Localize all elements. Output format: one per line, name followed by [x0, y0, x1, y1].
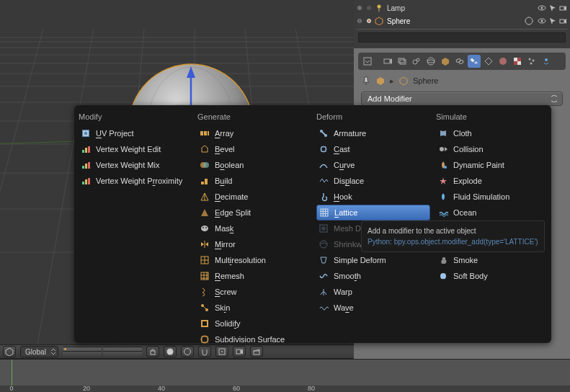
svg-point-96 [201, 226, 208, 231]
mod-array[interactable]: Array [197, 125, 311, 141]
transform-orientation-dropdown[interactable]: Global [20, 346, 58, 357]
svg-rect-73 [236, 349, 241, 354]
mod-armature-icon [318, 128, 329, 139]
object-icon[interactable] [375, 76, 386, 86]
mod-screw[interactable]: Screw [197, 284, 311, 300]
svg-point-52 [427, 60, 435, 63]
expand-icon[interactable] [357, 5, 364, 11]
mod-uv-project[interactable]: UV Project [79, 125, 192, 141]
mod-collision[interactable]: Collision [436, 141, 550, 157]
shading-wire-icon[interactable] [181, 346, 194, 357]
tab-particles-icon[interactable] [525, 55, 538, 68]
dropdown-icon [50, 348, 56, 355]
tab-material-icon[interactable] [496, 55, 509, 68]
layer-buttons[interactable] [63, 347, 142, 357]
tab-render-layers-icon[interactable] [396, 55, 409, 68]
camera-icon[interactable] [558, 4, 567, 12]
eye-icon[interactable] [537, 17, 547, 25]
expand-icon[interactable] [357, 18, 364, 24]
tab-scene-icon[interactable] [410, 55, 423, 68]
mod-armature[interactable]: Armature [316, 125, 430, 141]
mod-bevel[interactable]: Bevel [197, 141, 311, 157]
mod-skin[interactable]: Skin [197, 300, 311, 316]
svg-rect-88 [208, 131, 209, 135]
pin-icon[interactable] [361, 76, 371, 86]
tab-world-icon[interactable] [424, 55, 437, 68]
menu-col-header: Deform [316, 111, 430, 125]
snap-target-icon[interactable] [215, 346, 228, 357]
mod-soft-body[interactable]: Soft Body [436, 268, 550, 284]
mod-cast[interactable]: Cast [316, 141, 430, 157]
tab-data-icon[interactable] [482, 55, 495, 68]
render-preview-icon[interactable] [233, 346, 246, 357]
mod-explode[interactable]: Explode [436, 173, 550, 189]
svg-rect-46 [384, 59, 390, 63]
mod-mask[interactable]: Mask [197, 220, 311, 236]
tab-physics-icon[interactable] [540, 55, 553, 68]
mod-vweight-edit[interactable]: Vertex Weight Edit [79, 141, 192, 157]
mod-smoke[interactable]: Smoke [436, 252, 550, 268]
mod-mirror[interactable]: Mirror [197, 236, 311, 252]
tab-modifiers-icon[interactable] [468, 55, 481, 68]
add-modifier-label: Add Modifier [368, 94, 412, 103]
tab-render-icon[interactable] [381, 55, 394, 68]
mod-edge-split[interactable]: Edge Split [197, 205, 311, 220]
cursor-icon[interactable] [548, 4, 557, 12]
properties-tab-bar [358, 53, 566, 70]
mod-cloth[interactable]: Cloth [436, 125, 550, 141]
svg-point-97 [202, 227, 204, 228]
mod-simple-deform[interactable]: Simple Deform [316, 252, 430, 268]
mod-curve[interactable]: Curve [316, 157, 430, 173]
mod-subdivision-surface[interactable]: Subdivision Surface [197, 331, 311, 347]
tab-texture-icon[interactable] [511, 55, 524, 68]
mod-vweight-prox[interactable]: Vertex Weight Prroximity [79, 173, 192, 189]
svg-point-64 [545, 58, 548, 61]
mod-lattice[interactable]: Lattice [316, 205, 430, 220]
mod-multiresolution-icon [199, 254, 210, 266]
mod-displace[interactable]: Displace [316, 173, 430, 189]
mod-dynamic-paint[interactable]: Dynamic Paint [436, 157, 550, 173]
outliner-scrollbar[interactable] [358, 32, 566, 43]
clapper-icon[interactable] [250, 346, 263, 357]
mod-vweight-mix[interactable]: Vertex Weight Mix [79, 157, 192, 173]
svg-rect-87 [204, 131, 207, 135]
shading-solid-icon[interactable] [164, 346, 177, 357]
mod-mask-icon [199, 223, 210, 234]
breadcrumb: ▸ Sphere [354, 70, 570, 90]
mod-boolean[interactable]: Boolean [197, 157, 311, 173]
camera-icon[interactable] [558, 17, 567, 25]
eye-icon[interactable] [537, 4, 547, 12]
add-modifier-dropdown[interactable]: Add Modifier [361, 92, 563, 106]
svg-marker-95 [201, 209, 208, 216]
snap-icon[interactable] [198, 346, 211, 357]
mod-hook[interactable]: Hook [316, 189, 430, 205]
mod-warp[interactable]: Warp [316, 284, 430, 300]
mod-lattice-icon [319, 207, 330, 218]
mod-solidify[interactable]: Solidify [197, 316, 311, 331]
timeline-cursor[interactable] [12, 360, 12, 386]
outliner[interactable]: Lamp Sphere [354, 0, 570, 48]
mod-multiresolution[interactable]: Multiresolution [197, 252, 311, 268]
svg-rect-79 [88, 146, 90, 153]
mod-ocean[interactable]: Ocean [436, 205, 550, 220]
tab-object-icon[interactable] [439, 55, 452, 68]
svg-point-127 [444, 166, 447, 169]
outliner-item-sphere[interactable]: Sphere [357, 14, 567, 27]
editor-type-icon[interactable] [3, 346, 16, 357]
mod-wave[interactable]: Wave [316, 300, 430, 316]
outliner-item-lamp[interactable]: Lamp [357, 1, 567, 14]
mesh-data-icon[interactable] [524, 17, 534, 25]
tab-constraints-icon[interactable] [453, 55, 466, 68]
mod-build[interactable]: Build [197, 173, 311, 189]
mod-smooth[interactable]: Smooth [316, 268, 430, 284]
lock-camera-icon[interactable] [146, 346, 159, 357]
timeline[interactable]: 0 20 40 60 80 [0, 359, 570, 392]
mesh-data-icon[interactable] [398, 76, 409, 86]
tab-dropdown-icon[interactable] [361, 55, 374, 68]
mod-decimate[interactable]: Decimate [197, 189, 311, 205]
mod-solidify-icon [199, 318, 210, 329]
cursor-icon[interactable] [548, 17, 557, 25]
mod-remesh[interactable]: Remesh [197, 268, 311, 284]
mod-fluid-simulation[interactable]: Fluid Simulation [436, 189, 550, 205]
svg-point-122 [321, 226, 326, 231]
